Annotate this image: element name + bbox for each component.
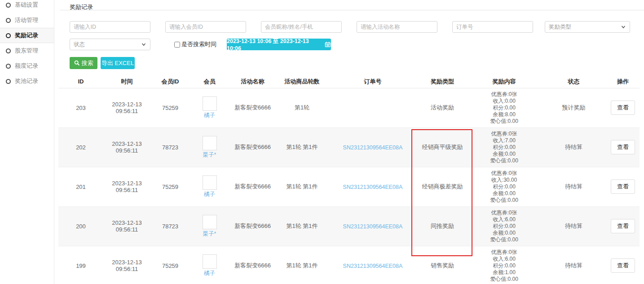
member-name-link[interactable]: 橘子 [204,270,215,277]
sidebar-item-reward-records[interactable]: 奖励记录 [0,28,54,43]
cell-activity-name: 新客裂变6666 [229,246,276,284]
reward-line: 余额:0.00 [467,190,541,197]
column-header: 奖励内容 [467,75,541,88]
column-header: 操作 [606,75,640,88]
cell-round: 第1轮 [276,88,328,127]
cell-reward-content: 优惠券:0张收入:7.00积分:0.00余额:0.00爱心值:0.00 [467,127,541,167]
reward-line: 优惠券:0张 [467,91,541,98]
table-row: 200 2023-12-13 09:56:11 78723 栗子* 新客裂变66… [58,206,640,246]
order-no-link[interactable]: SN23121309564EE08A [343,184,403,190]
sidebar-item-prize-pool-records[interactable]: 奖池记录 [0,74,54,89]
reward-line: 爱心值:0.00 [467,118,541,125]
chevron-down-icon [621,24,626,30]
search-time-checkbox-wrap: 是否搜索时间 [174,39,216,50]
date-range-button[interactable]: 2023-12-13 10:06 至 2023-12-13 10:06 [227,39,331,50]
cell-id: 199 [58,246,103,284]
sidebar-item-shareholder-management[interactable]: 股东管理 [0,43,54,58]
cell-member: 栗子* [190,127,229,167]
chevron-down-icon [141,42,146,47]
cell-member: 栗子* [190,206,229,246]
sidebar-item-quota-records[interactable]: 额度记录 [0,58,54,74]
member-id-input[interactable] [165,21,246,33]
view-button[interactable]: 查看 [611,219,635,233]
member-name-link[interactable]: 栗子* [203,151,216,159]
radio-circle-icon [6,64,11,69]
cell-reward-content: 优惠券:0张收入:6.00积分:0.00余额:0.00爱心值:0.00 [467,206,541,246]
cell-actions: 查看 [606,88,640,127]
search-button[interactable]: 搜索 [70,57,97,69]
id-input[interactable] [70,21,150,33]
sidebar-item-basic-settings[interactable]: 基础设置 [0,0,54,13]
cell-status: 预计奖励 [541,88,606,127]
status-select[interactable]: 状态 [70,39,150,50]
reward-line: 积分:0.00 [467,105,541,111]
reward-type-select[interactable]: 奖励类型 [545,21,630,33]
reward-line: 余额:8.00 [467,111,541,118]
cell-order-no: SN23121309564EE08A [328,246,418,284]
cell-status: 待结算 [541,167,606,206]
order-no-input[interactable] [452,21,533,33]
cell-reward-type: 间推奖励 [418,206,467,246]
cell-reward-type: 销售奖励 [418,246,467,284]
cell-round: 第1轮 第1件 [276,167,328,206]
reward-line: 优惠券:0张 [467,249,541,256]
order-no-link[interactable]: SN23121309564EE08A [343,263,403,269]
cell-member-id: 75259 [150,167,190,206]
column-header: 订单号 [328,75,418,88]
member-name-link[interactable]: 橘子 [204,112,215,119]
reward-line: 积分:0.00 [467,262,541,269]
member-name-link[interactable]: 栗子* [203,230,216,238]
reward-line: 优惠券:0张 [467,131,541,137]
cell-activity-name: 新客裂变6666 [229,167,276,206]
reward-line: 收入:7.00 [467,137,541,144]
order-no-link[interactable]: SN23121309564EE08A [343,223,403,230]
reward-line: 优惠券:0张 [467,170,541,177]
cell-order-no [328,88,418,127]
cell-actions: 查看 [606,127,640,167]
radio-circle-icon [6,79,11,84]
member-nickname-input[interactable] [261,21,342,33]
table-row: 199 2023-12-13 09:56:11 75259 橘子 新客裂变666… [58,246,640,284]
table-row: 203 2023-12-13 09:56:11 75259 橘子 新客裂变666… [58,88,640,127]
member-avatar [203,175,217,190]
export-excel-button[interactable]: 导出 EXCEL [101,57,135,69]
reward-line: 收入:30.00 [467,177,541,184]
records-table: ID时间会员ID会员活动名称活动商品轮数订单号奖励类型奖励内容状态操作 203 … [58,75,640,284]
activity-name-input[interactable] [357,21,437,33]
member-avatar [203,215,217,229]
member-name-link[interactable]: 橘子 [204,191,215,198]
sidebar-item-label: 活动管理 [15,16,38,24]
table-header-row: ID时间会员ID会员活动名称活动商品轮数订单号奖励类型奖励内容状态操作 [58,75,640,88]
column-header: 活动商品轮数 [276,75,328,88]
cell-status: 待结算 [541,127,606,167]
search-time-checkbox[interactable] [174,42,180,48]
order-no-link[interactable]: SN23121309564EE08A [343,144,403,151]
view-button[interactable]: 查看 [611,100,635,115]
cell-reward-content: 优惠券:0张收入:30.00积分:0.00余额:0.00爱心值:0.00 [467,167,541,206]
cell-round: 第1轮 第1件 [276,206,328,246]
export-button-label: 导出 EXCEL [101,59,134,67]
column-header: 会员 [190,75,229,88]
calendar-icon [325,41,331,48]
view-button[interactable]: 查看 [611,140,635,154]
cell-reward-type: 经销商极差奖励 [418,167,467,206]
cell-time: 2023-12-13 09:56:11 [103,167,150,206]
cell-order-no: SN23121309564EE08A [328,127,418,167]
view-button[interactable]: 查看 [611,258,635,273]
reward-line: 爱心值:0.00 [467,236,541,243]
reward-line: 收入:6.00 [467,256,541,262]
view-button[interactable]: 查看 [611,179,635,194]
cell-status: 待结算 [541,246,606,284]
reward-line: 优惠券:0张 [467,210,541,216]
cell-reward-type: 活动奖励 [418,88,467,127]
reward-line: 爱心值:0.00 [467,157,541,164]
title-divider [60,10,644,10]
sidebar-item-label: 奖励记录 [15,31,38,39]
reward-line: 积分:0.00 [467,184,541,190]
reward-line: 积分:0.00 [467,223,541,230]
cell-status: 待结算 [541,206,606,246]
sidebar: 基础设置 活动管理 奖励记录 股东管理 额度记录 奖池记录 [0,0,54,284]
column-header: 时间 [103,75,150,88]
radio-circle-icon [6,33,11,38]
sidebar-item-activity-management[interactable]: 活动管理 [0,13,54,28]
